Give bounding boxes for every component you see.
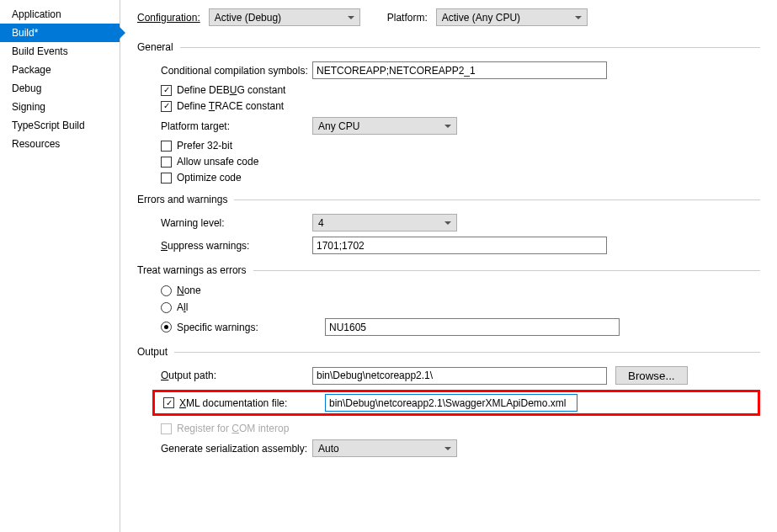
suppress-warnings-row: Suppress warnings: bbox=[161, 237, 760, 254]
platform-label: Platform: bbox=[387, 12, 428, 24]
platform-target-combo[interactable]: Any CPU bbox=[312, 117, 457, 135]
xml-doc-label: XML documentation file: bbox=[179, 397, 287, 409]
platform-combo[interactable]: Active (Any CPU) bbox=[436, 8, 588, 26]
section-title: Errors and warnings bbox=[137, 194, 227, 205]
output-path-input[interactable] bbox=[312, 367, 607, 385]
config-row: Configuration: Active (Debug) Platform: … bbox=[137, 8, 760, 26]
configuration-label: Configuration: bbox=[137, 12, 200, 24]
warning-level-combo[interactable]: 4 bbox=[312, 214, 457, 231]
section-output: Output bbox=[137, 346, 760, 358]
gen-serialization-combo[interactable]: Auto bbox=[312, 439, 457, 457]
checkbox-icon: ✓ bbox=[161, 85, 172, 96]
checkbox-icon bbox=[161, 141, 172, 152]
treat-all-label: All bbox=[177, 301, 188, 313]
xml-doc-row[interactable]: ✓ XML documentation file: bbox=[163, 397, 320, 409]
define-trace-label: Define TRACE constant bbox=[177, 100, 284, 112]
section-title: General bbox=[137, 41, 173, 53]
section-rule bbox=[174, 352, 760, 353]
section-warnings: Errors and warnings bbox=[137, 194, 760, 205]
sidebar-item-debug[interactable]: Debug bbox=[0, 79, 120, 98]
warning-level-row: Warning level: 4 bbox=[161, 214, 760, 231]
treat-none-label: None bbox=[177, 285, 201, 296]
gen-serialization-label: Generate serialization assembly: bbox=[161, 443, 312, 455]
com-interop-row: Register for COM interop bbox=[161, 423, 760, 434]
checkbox-icon bbox=[161, 157, 172, 168]
suppress-warnings-input[interactable] bbox=[312, 237, 607, 254]
main-panel: Configuration: Active (Debug) Platform: … bbox=[120, 0, 777, 532]
prefer-32bit-label: Prefer 32-bit bbox=[177, 140, 232, 152]
allow-unsafe-label: Allow unsafe code bbox=[177, 156, 258, 168]
section-rule bbox=[180, 47, 760, 48]
ccs-row: Conditional compilation symbols: bbox=[161, 61, 760, 79]
checkbox-icon: ✓ bbox=[161, 101, 172, 112]
suppress-warnings-label: Suppress warnings: bbox=[161, 240, 312, 252]
platform-target-row: Platform target: Any CPU bbox=[161, 117, 760, 135]
com-interop-label: Register for COM interop bbox=[177, 423, 289, 434]
optimize-code-label: Optimize code bbox=[177, 172, 242, 184]
optimize-code-row[interactable]: Optimize code bbox=[161, 172, 760, 184]
section-treat: Treat warnings as errors bbox=[137, 264, 760, 276]
treat-specific-input[interactable] bbox=[325, 318, 620, 336]
platform-target-label: Platform target: bbox=[161, 120, 312, 132]
configuration-combo[interactable]: Active (Debug) bbox=[209, 8, 360, 26]
define-debug-row[interactable]: ✓ Define DEBUG constant bbox=[161, 84, 760, 96]
xml-doc-highlight: ✓ XML documentation file: bbox=[152, 390, 760, 416]
ccs-label: Conditional compilation symbols: bbox=[161, 65, 312, 77]
define-debug-label: Define DEBUG constant bbox=[177, 84, 285, 96]
section-title: Treat warnings as errors bbox=[137, 264, 247, 276]
section-rule bbox=[234, 200, 760, 200]
browse-button[interactable]: Browse... bbox=[615, 366, 688, 385]
allow-unsafe-row[interactable]: Allow unsafe code bbox=[161, 156, 760, 168]
output-path-label: Output path: bbox=[161, 370, 312, 381]
radio-icon bbox=[161, 302, 172, 313]
section-rule bbox=[253, 270, 760, 271]
radio-icon bbox=[161, 322, 172, 332]
treat-all-row[interactable]: All bbox=[161, 301, 760, 313]
radio-icon bbox=[161, 285, 172, 296]
sidebar-item-build-events[interactable]: Build Events bbox=[0, 42, 120, 61]
xml-doc-input[interactable] bbox=[325, 394, 577, 412]
section-title: Output bbox=[137, 346, 168, 358]
gen-serialization-row: Generate serialization assembly: Auto bbox=[161, 439, 760, 457]
sidebar: Application Build* Build Events Package … bbox=[0, 0, 120, 532]
treat-none-row[interactable]: None bbox=[161, 285, 760, 296]
prefer-32bit-row[interactable]: Prefer 32-bit bbox=[161, 140, 760, 152]
sidebar-item-package[interactable]: Package bbox=[0, 61, 120, 79]
checkbox-icon bbox=[161, 423, 172, 434]
define-trace-row[interactable]: ✓ Define TRACE constant bbox=[161, 100, 760, 112]
sidebar-item-signing[interactable]: Signing bbox=[0, 98, 120, 116]
sidebar-item-build[interactable]: Build* bbox=[0, 24, 120, 42]
sidebar-item-resources[interactable]: Resources bbox=[0, 135, 120, 153]
sidebar-item-application[interactable]: Application bbox=[0, 5, 120, 24]
section-general: General bbox=[137, 41, 760, 53]
warning-level-label: Warning level: bbox=[161, 217, 312, 229]
ccs-input[interactable] bbox=[312, 61, 607, 79]
treat-specific-label: Specific warnings: bbox=[177, 322, 320, 333]
output-path-row: Output path: Browse... bbox=[161, 366, 760, 385]
treat-specific-row[interactable]: Specific warnings: bbox=[161, 318, 760, 336]
checkbox-icon bbox=[161, 173, 172, 184]
checkbox-icon: ✓ bbox=[163, 397, 174, 408]
sidebar-item-typescript-build[interactable]: TypeScript Build bbox=[0, 116, 120, 135]
